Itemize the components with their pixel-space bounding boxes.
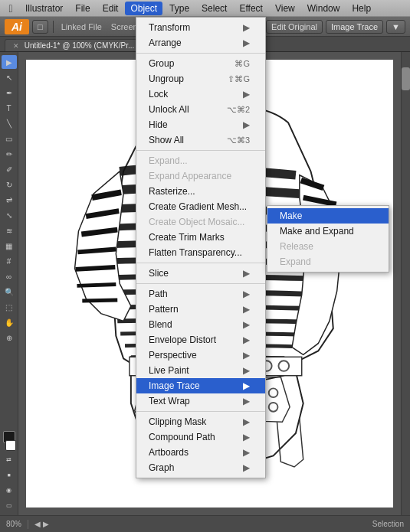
tool-selection[interactable]: ▶ bbox=[2, 55, 17, 69]
menu-transform[interactable]: Transform ▶ bbox=[136, 20, 265, 35]
menu-artboards[interactable]: Artboards ▶ bbox=[136, 445, 265, 460]
tool-type[interactable]: T bbox=[2, 101, 17, 115]
apple-menu[interactable]:  bbox=[3, 1, 18, 16]
menubar-file[interactable]: File bbox=[70, 2, 95, 15]
right-scrollbar[interactable] bbox=[401, 52, 410, 515]
menubar-help[interactable]: Help bbox=[346, 2, 376, 15]
tool-zoom[interactable]: ⊕ bbox=[2, 331, 17, 344]
menu-arrow: ▶ bbox=[243, 432, 250, 442]
menu-compound-path[interactable]: Compound Path ▶ bbox=[136, 429, 265, 445]
tool-line[interactable]: ╲ bbox=[2, 116, 17, 130]
image-trace-button[interactable]: Image Trace bbox=[326, 20, 383, 34]
menu-unlock-all[interactable]: Unlock All ⌥⌘2 bbox=[136, 102, 265, 117]
default-colors-icon[interactable]: ■ bbox=[2, 468, 17, 481]
color-mode-icon[interactable]: ◉ bbox=[2, 483, 17, 497]
svg-line-4 bbox=[77, 250, 116, 253]
swap-colors-icon[interactable]: ⇄ bbox=[2, 452, 17, 466]
menubar-window[interactable]: Window bbox=[302, 2, 346, 15]
tool-artboard[interactable]: ⬚ bbox=[2, 300, 17, 314]
menu-path[interactable]: Path ▶ bbox=[136, 286, 265, 302]
status-bar: 80% ◀ ▶ Selection bbox=[0, 515, 410, 532]
tool-pencil[interactable]: ✐ bbox=[2, 162, 17, 176]
menu-flatten-transparency[interactable]: Flatten Transparency... bbox=[136, 245, 265, 260]
image-trace-submenu: Make Make and Expand Release Expand bbox=[267, 205, 389, 273]
tab-untitled[interactable]: ✕ Untitled-1* @ 100% (CMYK/Pr... bbox=[5, 39, 143, 51]
artboard-nav[interactable]: ◀ ▶ bbox=[34, 520, 49, 528]
menubar-select[interactable]: Select bbox=[196, 2, 232, 15]
menubar:  Illustrator File Edit Object Type Sele… bbox=[0, 0, 410, 17]
menu-arrange[interactable]: Arrange ▶ bbox=[136, 35, 265, 51]
menu-group[interactable]: Group ⌘G bbox=[136, 56, 265, 71]
image-trace-arrow[interactable]: ▼ bbox=[386, 20, 405, 34]
menu-separator bbox=[136, 283, 265, 284]
menubar-type[interactable]: Type bbox=[164, 2, 195, 15]
menu-arrow: ▶ bbox=[243, 416, 250, 427]
menubar-view[interactable]: View bbox=[270, 2, 300, 15]
svg-line-6 bbox=[77, 284, 116, 286]
toolbar-square-btn[interactable]: □ bbox=[32, 20, 48, 34]
menu-graph[interactable]: Graph ▶ bbox=[136, 460, 265, 475]
menu-arrow: ▶ bbox=[243, 268, 250, 279]
submenu-expand: Expand bbox=[267, 254, 389, 269]
menu-rasterize[interactable]: Rasterize... bbox=[136, 184, 265, 199]
stroke-color[interactable] bbox=[5, 440, 16, 451]
tool-hand[interactable]: ✋ bbox=[2, 315, 17, 329]
linked-file-label: Linked File bbox=[58, 22, 105, 31]
menu-pattern[interactable]: Pattern ▶ bbox=[136, 302, 265, 317]
menubar-edit[interactable]: Edit bbox=[97, 2, 124, 15]
left-toolbar: ▶ ↖ ✒ T ╲ ▭ ✏ ✐ ↻ ⇌ ⤡ ≋ ▦ # ∞ 🔍 ⬚ ✋ ⊕ ⇄ … bbox=[0, 52, 18, 515]
menu-expand-appearance: Expand Appearance bbox=[136, 168, 265, 184]
menubar-effect[interactable]: Effect bbox=[234, 2, 267, 15]
shortcut: ⌥⌘2 bbox=[227, 105, 250, 115]
menu-arrow: ▶ bbox=[243, 447, 250, 458]
menu-ungroup[interactable]: Ungroup ⇧⌘G bbox=[136, 71, 265, 86]
tool-rotate[interactable]: ↻ bbox=[2, 178, 17, 191]
menu-blend[interactable]: Blend ▶ bbox=[136, 317, 265, 332]
menu-hide[interactable]: Hide ▶ bbox=[136, 117, 265, 132]
submenu-make-and-expand[interactable]: Make and Expand bbox=[267, 224, 389, 239]
menu-arrow: ▶ bbox=[243, 89, 250, 100]
menubar-illustrator[interactable]: Illustrator bbox=[20, 2, 68, 15]
tab-close-icon[interactable]: ✕ bbox=[13, 42, 19, 50]
menu-arrow: ▶ bbox=[243, 335, 250, 345]
tool-mesh[interactable]: # bbox=[2, 254, 17, 268]
svg-line-5 bbox=[76, 267, 116, 269]
tool-scale[interactable]: ⤡ bbox=[2, 208, 17, 222]
tool-blend[interactable]: ∞ bbox=[2, 269, 17, 283]
shortcut: ⌥⌘3 bbox=[227, 135, 250, 145]
tab-label: Untitled-1* @ 100% (CMYK/Pr... bbox=[25, 41, 135, 50]
menu-slice[interactable]: Slice ▶ bbox=[136, 266, 265, 281]
menu-clipping-mask[interactable]: Clipping Mask ▶ bbox=[136, 414, 265, 429]
menu-perspective[interactable]: Perspective ▶ bbox=[136, 348, 265, 363]
menu-text-wrap[interactable]: Text Wrap ▶ bbox=[136, 393, 265, 409]
edit-original-button[interactable]: Edit Original bbox=[266, 20, 323, 34]
tool-reflect[interactable]: ⇌ bbox=[2, 193, 17, 207]
menu-lock[interactable]: Lock ▶ bbox=[136, 86, 265, 102]
tool-warp[interactable]: ≋ bbox=[2, 224, 17, 237]
zoom-level[interactable]: 80% bbox=[6, 520, 21, 528]
screen-mode-icon[interactable]: ▭ bbox=[2, 498, 17, 512]
menu-arrow: ▶ bbox=[243, 304, 250, 315]
menu-image-trace[interactable]: Image Trace ▶ bbox=[136, 378, 265, 393]
menu-create-trim-marks[interactable]: Create Trim Marks bbox=[136, 230, 265, 245]
svg-line-7 bbox=[82, 300, 117, 301]
menu-arrow: ▶ bbox=[243, 350, 250, 361]
tool-direct-selection[interactable]: ↖ bbox=[2, 70, 17, 84]
tool-rect[interactable]: ▭ bbox=[2, 132, 17, 145]
menu-create-object-mosaic: Create Object Mosaic... bbox=[136, 214, 265, 230]
tool-paintbrush[interactable]: ✏ bbox=[2, 147, 17, 161]
menu-show-all[interactable]: Show All ⌥⌘3 bbox=[136, 132, 265, 148]
menubar-object[interactable]: Object bbox=[125, 2, 162, 15]
menu-arrow: ▶ bbox=[243, 289, 250, 299]
menu-separator bbox=[136, 411, 265, 412]
selection-status: Selection bbox=[372, 520, 404, 528]
menu-separator bbox=[136, 53, 265, 54]
menu-create-gradient-mesh[interactable]: Create Gradient Mesh... bbox=[136, 199, 265, 214]
tool-pen[interactable]: ✒ bbox=[2, 86, 17, 100]
menu-envelope-distort[interactable]: Envelope Distort ▶ bbox=[136, 332, 265, 348]
menu-arrow: ▶ bbox=[243, 396, 250, 406]
submenu-make[interactable]: Make bbox=[267, 208, 389, 224]
menu-live-paint[interactable]: Live Paint ▶ bbox=[136, 363, 265, 378]
tool-eyedropper[interactable]: 🔍 bbox=[2, 285, 17, 299]
tool-gradient[interactable]: ▦ bbox=[2, 239, 17, 253]
